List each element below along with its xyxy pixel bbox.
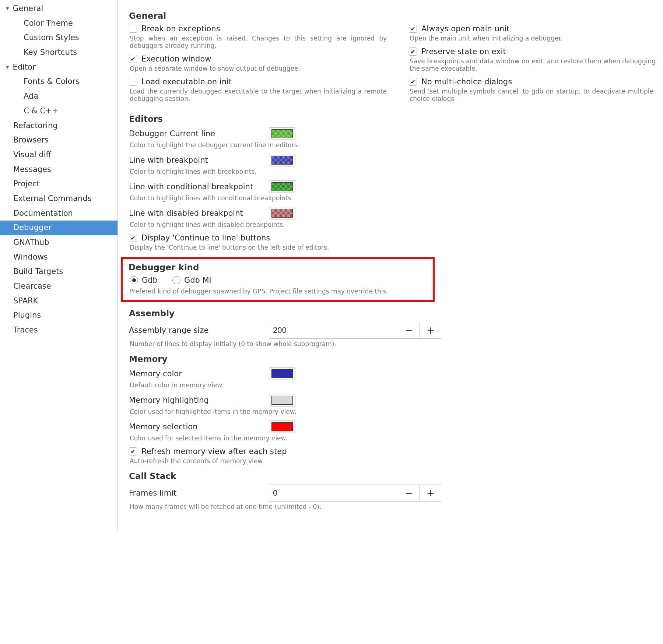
bp-line-color-button[interactable]	[269, 154, 295, 166]
assembly-range-desc: Number of lines to display initially (0 …	[129, 340, 656, 348]
memory-color-desc: Default color in memory view.	[129, 381, 656, 389]
sidebar-item-custom-styles[interactable]: Custom Styles	[0, 31, 117, 45]
sidebar-item-color-theme[interactable]: Color Theme	[0, 16, 117, 31]
execution-window-label: Execution window	[141, 54, 211, 63]
no-multichoice-checkbox[interactable]	[409, 78, 417, 86]
disabled-bp-desc: Color to highlight lines with disabled b…	[129, 221, 656, 228]
assembly-range-decrement[interactable]: −	[399, 322, 420, 339]
bp-line-label: Line with breakpoint	[129, 156, 262, 165]
sidebar-item-ada[interactable]: Ada	[0, 89, 117, 104]
continue-to-line-checkbox[interactable]	[129, 234, 137, 242]
continue-to-line-label: Display 'Continue to line' buttons	[141, 233, 270, 242]
sidebar-item-messages[interactable]: Messages	[0, 162, 117, 177]
refresh-memory-label: Refresh memory view after each step	[141, 447, 287, 456]
sidebar-item-windows[interactable]: Windows	[0, 250, 117, 265]
sidebar-item-traces[interactable]: Traces	[0, 323, 117, 338]
frames-limit-decrement[interactable]: −	[399, 485, 420, 502]
debugger-kind-gdb-label: Gdb	[142, 276, 158, 285]
section-callstack: Call Stack	[129, 471, 656, 481]
sidebar-item-browsers[interactable]: Browsers	[0, 133, 117, 148]
section-memory: Memory	[129, 354, 656, 364]
sidebar-item-plugins[interactable]: Plugins	[0, 308, 117, 323]
current-line-desc: Color to highlight the debugger current …	[129, 141, 656, 149]
frames-limit-increment[interactable]: +	[420, 485, 441, 502]
execution-window-desc: Open a separate window to show output of…	[129, 65, 387, 72]
preserve-state-desc: Save breakpoints and data window on exit…	[409, 57, 656, 72]
frames-limit-desc: How many frames will be fetched at one t…	[129, 503, 656, 510]
break-on-exceptions-label: Break on exceptions	[141, 24, 220, 33]
memory-sel-desc: Color used for selected items in the mem…	[129, 434, 656, 442]
open-main-unit-desc: Open the main unit when initializing a d…	[409, 35, 656, 42]
disabled-bp-label: Line with disabled breakpoint	[129, 209, 262, 218]
sidebar-item-build-targets[interactable]: Build Targets	[0, 264, 117, 279]
frames-limit-label: Frames limit	[129, 489, 262, 497]
sidebar-item-external-commands[interactable]: External Commands	[0, 191, 117, 206]
sidebar-item-visual-diff[interactable]: Visual diff	[0, 148, 117, 162]
sidebar-item-fonts-colors[interactable]: Fonts & Colors	[0, 74, 117, 89]
memory-hl-button[interactable]	[269, 394, 295, 407]
open-main-unit-checkbox[interactable]	[409, 25, 417, 33]
break-on-exceptions-desc: Stop when an exception is raised. Change…	[129, 35, 387, 49]
assembly-range-label: Assembly range size	[129, 326, 262, 335]
debugger-kind-gdbmi-radio[interactable]	[172, 276, 180, 284]
preserve-state-label: Preserve state on exit	[421, 47, 506, 56]
sidebar-item-refactoring[interactable]: Refactoring	[0, 119, 117, 133]
section-assembly: Assembly	[129, 309, 656, 318]
section-debugger-kind: Debugger kind	[129, 263, 427, 272]
bp-line-desc: Color to highlight lines with breakpoint…	[129, 168, 656, 175]
no-multichoice-label: No multi-choice dialogs	[421, 77, 512, 86]
sidebar-item-key-shortcuts[interactable]: Key Shortcuts	[0, 45, 117, 60]
sidebar-item-general[interactable]: General	[0, 1, 117, 16]
cond-bp-label: Line with conditional breakpoint	[129, 182, 262, 191]
section-general: General	[129, 11, 656, 21]
debugger-kind-gdb-radio[interactable]	[130, 276, 138, 284]
current-line-color-button[interactable]	[269, 127, 295, 140]
load-executable-desc: Load the currently debugged executable t…	[129, 88, 387, 102]
section-editors: Editors	[129, 114, 656, 124]
refresh-memory-checkbox[interactable]	[129, 447, 137, 455]
memory-hl-label: Memory highlighting	[129, 396, 262, 405]
cond-bp-color-button[interactable]	[269, 180, 295, 193]
preferences-main-panel: General Break on exceptions Stop when an…	[118, 0, 663, 530]
execution-window-checkbox[interactable]	[129, 55, 137, 63]
debugger-kind-gdbmi-label: Gdb Mi	[184, 276, 211, 285]
current-line-label: Debugger Current line	[129, 129, 262, 138]
frames-limit-input[interactable]	[269, 485, 399, 502]
sidebar-item-c-c-[interactable]: C & C++	[0, 104, 117, 119]
memory-sel-label: Memory selection	[129, 422, 262, 431]
preferences-sidebar: GeneralColor ThemeCustom StylesKey Short…	[0, 0, 118, 530]
memory-color-button[interactable]	[269, 367, 295, 380]
load-executable-label: Load executable on init	[141, 77, 232, 86]
sidebar-item-clearcase[interactable]: Clearcase	[0, 279, 117, 294]
cond-bp-desc: Color to highlight lines with conditiona…	[129, 194, 656, 202]
memory-hl-desc: Color used for highlighted items in the …	[129, 408, 656, 415]
no-multichoice-desc: Send 'set multiple-symbols cancel' to gd…	[409, 88, 656, 102]
assembly-range-input[interactable]	[269, 322, 399, 339]
sidebar-item-gnathub[interactable]: GNAThub	[0, 235, 117, 250]
preserve-state-checkbox[interactable]	[409, 47, 417, 56]
load-executable-checkbox[interactable]	[129, 78, 137, 86]
sidebar-item-spark[interactable]: SPARK	[0, 294, 117, 309]
continue-to-line-desc: Display the 'Continue to line' buttons o…	[129, 244, 656, 251]
sidebar-item-project[interactable]: Project	[0, 177, 117, 191]
open-main-unit-label: Always open main unit	[421, 24, 509, 33]
disabled-bp-color-button[interactable]	[269, 207, 295, 219]
debugger-kind-highlight: Debugger kind Gdb Gdb Mi Prefered kind o…	[121, 257, 435, 302]
assembly-range-increment[interactable]: +	[420, 322, 441, 339]
memory-sel-button[interactable]	[269, 420, 295, 433]
sidebar-item-documentation[interactable]: Documentation	[0, 206, 117, 221]
refresh-memory-desc: Auto-refresh the contents of memory view…	[129, 457, 656, 465]
break-on-exceptions-checkbox[interactable]	[129, 25, 137, 33]
sidebar-item-debugger[interactable]: Debugger	[0, 221, 117, 235]
memory-color-label: Memory color	[129, 369, 262, 378]
debugger-kind-desc: Prefered kind of debugger spawned by GPS…	[129, 288, 427, 295]
sidebar-item-editor[interactable]: Editor	[0, 60, 117, 75]
